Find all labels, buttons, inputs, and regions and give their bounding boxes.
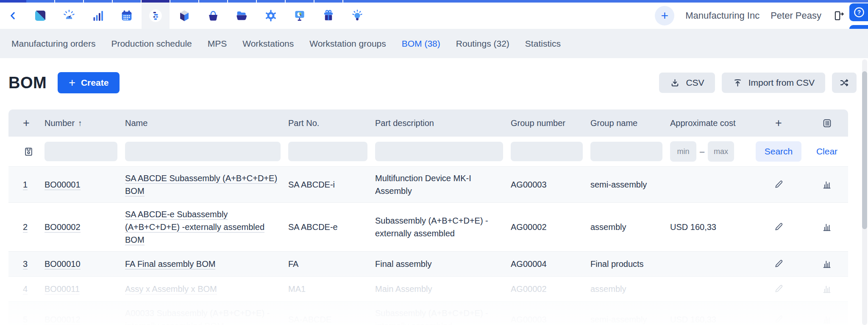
- bar-chart-icon: [821, 258, 833, 270]
- group-number-cell: AG00002: [511, 277, 590, 300]
- statistics-bars-icon: [91, 8, 105, 23]
- nav-item-workstations[interactable]: Workstations: [242, 39, 294, 49]
- filter-part-description-input[interactable]: [375, 142, 503, 161]
- nav-item-production-schedule[interactable]: Production schedule: [111, 39, 192, 49]
- pencil-icon: [773, 258, 785, 270]
- app-tab-documents-folder[interactable]: [228, 0, 256, 29]
- edit-button[interactable]: [773, 221, 785, 233]
- row-number-link[interactable]: 4: [23, 284, 28, 294]
- shuffle-button[interactable]: [832, 73, 857, 93]
- csv-export-button[interactable]: CSV: [659, 73, 715, 93]
- back-button[interactable]: [0, 0, 26, 29]
- app-tab-app-logo[interactable]: [26, 0, 54, 29]
- app-tab-procurement-basket[interactable]: [199, 0, 227, 29]
- header-approximate-cost[interactable]: Approximate cost: [670, 118, 751, 128]
- nav-item-statistics[interactable]: Statistics: [525, 39, 561, 49]
- filter-name-input[interactable]: [125, 142, 281, 161]
- table-row: 4BO00011Assy x Assembly x BOMMA1Main Ass…: [8, 276, 848, 301]
- group-name-cell: semi-assembly: [590, 308, 670, 325]
- header-part-description[interactable]: Part description: [375, 118, 511, 128]
- stats-button[interactable]: [821, 314, 833, 325]
- cost-min-input[interactable]: [670, 141, 696, 162]
- header-number[interactable]: Number↑: [45, 118, 125, 128]
- stats-button[interactable]: [821, 221, 833, 233]
- row-number-link[interactable]: 2: [23, 222, 28, 233]
- bom-name-link[interactable]: SA ABCDE Subassembly (A+B+C+D+E) BOM: [125, 174, 277, 196]
- filter-group-name-input[interactable]: [590, 142, 662, 161]
- filter-part-no-input[interactable]: [288, 142, 367, 161]
- add-button[interactable]: +: [655, 6, 674, 25]
- bom-name-link[interactable]: Assy x Assembly x BOM: [125, 284, 217, 294]
- approximate-cost-cell: USD 160,33: [670, 216, 751, 238]
- app-tab-demo-presentation[interactable]: [286, 0, 314, 29]
- filter-group-number-input[interactable]: [511, 142, 583, 161]
- stats-button[interactable]: [821, 258, 833, 270]
- vertical-scrollbar-thumb[interactable]: [862, 71, 867, 229]
- nav-item-routings-32[interactable]: Routings (32): [456, 39, 509, 49]
- app-tab-production-gantt[interactable]: [142, 0, 170, 29]
- app-tab-statistics-bars[interactable]: [84, 0, 112, 29]
- sort-asc-icon: ↑: [78, 119, 82, 128]
- add-column-plus-icon[interactable]: +: [751, 117, 806, 130]
- import-csv-button[interactable]: Import from CSV: [722, 73, 825, 93]
- cost-range-filter: –: [670, 141, 751, 162]
- save-filter-button[interactable]: [23, 146, 34, 157]
- part-no-cell: SA ABCDE-i: [288, 173, 375, 196]
- help-button[interactable]: ?: [849, 3, 868, 21]
- part-no-cell: SA-ABCDE: [288, 308, 375, 325]
- edit-button[interactable]: [773, 258, 785, 270]
- group-name-cell: Final products: [590, 252, 670, 275]
- app-tab-stock-cube[interactable]: [170, 0, 198, 29]
- app-tab-calendar[interactable]: [113, 0, 141, 29]
- nav-item-workstation-groups[interactable]: Workstation groups: [309, 39, 386, 49]
- company-name[interactable]: Manufacturing Inc: [685, 10, 760, 21]
- header-name[interactable]: Name: [125, 118, 288, 128]
- bom-number-link[interactable]: BO00011: [45, 284, 80, 294]
- procurement-basket-icon: [206, 8, 220, 23]
- nav-item-bom-38[interactable]: BOM (38): [402, 39, 440, 49]
- columns-button[interactable]: [821, 118, 833, 129]
- bom-number-link[interactable]: BO00002: [45, 222, 81, 233]
- filter-number-input[interactable]: [45, 142, 117, 161]
- row-number-link[interactable]: 3: [23, 259, 28, 269]
- app-tab-rewards-gift[interactable]: [314, 0, 342, 29]
- header-group-name[interactable]: Group name: [590, 118, 670, 128]
- logout-door-icon: [832, 9, 845, 22]
- nav-item-manufacturing-orders[interactable]: Manufacturing orders: [11, 39, 95, 49]
- svg-text:?: ?: [857, 9, 861, 16]
- clear-link[interactable]: Clear: [816, 146, 837, 157]
- bar-chart-icon: [821, 179, 833, 191]
- cost-max-input[interactable]: [708, 141, 734, 162]
- stats-button[interactable]: [821, 179, 833, 191]
- bom-number-link[interactable]: BO00001: [45, 180, 81, 190]
- part-no-cell: FA: [288, 252, 375, 275]
- edit-button[interactable]: [773, 179, 785, 191]
- stock-cube-icon: [177, 8, 192, 23]
- page-title: BOM: [8, 74, 47, 92]
- bom-name-link[interactable]: A00033 Subassembly (A+B+C+D+E) -internal…: [125, 308, 270, 325]
- bom-number-link[interactable]: BO00010: [45, 259, 81, 269]
- logout-button[interactable]: [832, 9, 845, 22]
- bom-number-link[interactable]: BO00012: [45, 315, 81, 325]
- stats-button[interactable]: [821, 283, 833, 295]
- create-button[interactable]: + Create: [58, 72, 120, 93]
- user-name[interactable]: Peter Peasy: [771, 10, 821, 21]
- header-part-no[interactable]: Part No.: [288, 118, 375, 128]
- app-tab-dashboard-gauge[interactable]: [55, 0, 83, 29]
- row-number-link[interactable]: 5: [23, 315, 28, 325]
- header-group-number[interactable]: Group number: [511, 118, 590, 128]
- chevron-left-icon: [7, 9, 19, 22]
- table-row: 1BO00001SA ABCDE Subassembly (A+B+C+D+E)…: [8, 166, 848, 202]
- edit-button[interactable]: [773, 283, 785, 295]
- row-number-link[interactable]: 1: [23, 180, 28, 190]
- bom-name-link[interactable]: SA ABCDE-e Subassembly (A+B+C+D+E) -exte…: [125, 210, 264, 245]
- search-button[interactable]: Search: [756, 141, 801, 162]
- nav-item-mps[interactable]: MPS: [208, 39, 227, 49]
- app-tab-settings-gear[interactable]: [257, 0, 285, 29]
- calendar-icon: [120, 8, 134, 23]
- part-description-cell: Multifunction Device MK-I Assembly: [375, 167, 511, 202]
- app-tab-tips-lightbulb[interactable]: [343, 0, 371, 29]
- bom-name-link[interactable]: FA Final assembly BOM: [125, 259, 215, 269]
- edit-button[interactable]: [773, 314, 785, 325]
- expand-all-plus-icon[interactable]: +: [8, 117, 45, 130]
